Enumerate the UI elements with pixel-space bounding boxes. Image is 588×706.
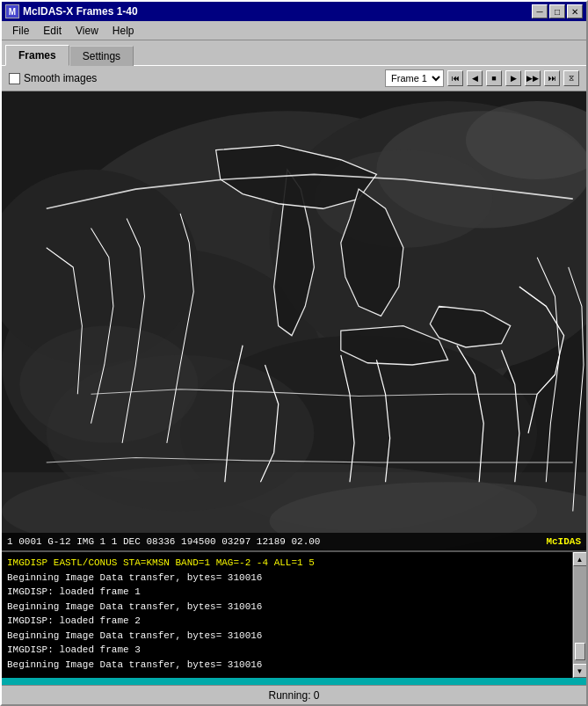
app-icon: M [5,4,19,18]
frame-controls: Frame 1 Frame 2 Frame 3 ⏮ ◀ ■ ▶ ▶▶ ⏭ ⧖ [385,69,579,87]
toolbar: Smooth images Frame 1 Frame 2 Frame 3 ⏮ … [2,65,586,91]
window-title: McIDAS-X Frames 1-40 [23,5,138,18]
svg-point-13 [19,326,198,443]
scroll-track [574,566,586,664]
menu-edit[interactable]: Edit [36,23,69,39]
running-status: Running: 0 [268,689,319,702]
console-content: IMGDISP EASTL/CONUS STA=KMSN BAND=1 MAG=… [2,552,586,675]
nav-last-button[interactable]: ⏭ [544,70,560,86]
nav-first-button[interactable]: ⏮ [447,70,463,86]
scroll-up-button[interactable]: ▲ [573,552,587,566]
menu-file[interactable]: File [5,23,36,39]
satellite-map-svg [2,91,586,550]
nav-stop-button[interactable]: ■ [486,70,502,86]
window-controls: ─ □ ✕ [532,4,583,18]
frame-selector[interactable]: Frame 1 Frame 2 Frame 3 [385,69,444,87]
main-window: M McIDAS-X Frames 1-40 ─ □ ✕ File Edit V… [0,0,588,706]
console-line: Beginning Image Data transfer, bytes= 31… [7,629,581,644]
close-button[interactable]: ✕ [567,4,583,18]
nav-prev-button[interactable]: ◀ [467,70,483,86]
nav-next-button[interactable]: ▶▶ [525,70,541,86]
console-line: IMGDISP: loaded frame 3 [7,643,581,658]
menu-help[interactable]: Help [105,23,142,39]
console-line: Beginning Image Data transfer, bytes= 31… [7,600,581,615]
scroll-thumb[interactable] [575,643,585,660]
smooth-images-label: Smooth images [24,72,97,84]
console-line: IMGDISP: loaded frame 2 [7,614,581,629]
nav-loop-button[interactable]: ⧖ [563,70,579,86]
tab-settings[interactable]: Settings [69,46,134,66]
console-scrollbar[interactable]: ▲ ▼ [572,552,586,678]
tab-frames[interactable]: Frames [5,45,69,66]
cyan-separator [2,678,586,685]
maximize-button[interactable]: □ [549,4,565,18]
satellite-image-area: 1 0001 G-12 IMG 1 1 DEC 08336 194500 032… [2,91,586,550]
scroll-down-button[interactable]: ▼ [573,664,587,678]
console-line: Beginning Image Data transfer, bytes= 31… [7,658,581,673]
tab-bar: Frames Settings [2,40,586,65]
menu-view[interactable]: View [69,23,105,39]
console-area: IMGDISP EASTL/CONUS STA=KMSN BAND=1 MAG=… [2,550,586,678]
nav-play-button[interactable]: ▶ [505,70,521,86]
smooth-images-control: Smooth images [9,72,97,84]
title-bar-text: M McIDAS-X Frames 1-40 [5,4,138,18]
smooth-images-checkbox[interactable] [9,73,20,84]
image-status-bar: 1 0001 G-12 IMG 1 1 DEC 08336 194500 032… [2,533,586,550]
title-bar: M McIDAS-X Frames 1-40 ─ □ ✕ [2,2,586,21]
console-line: IMGDISP EASTL/CONUS STA=KMSN BAND=1 MAG=… [7,556,581,571]
image-status-brand: McIDAS [546,536,581,547]
minimize-button[interactable]: ─ [532,4,548,18]
console-line: Beginning Image Data transfer, bytes= 31… [7,571,581,586]
console-line: IMGDISP: loaded frame 1 [7,585,581,600]
menu-bar: File Edit View Help [2,21,586,40]
bottom-status-bar: Running: 0 [2,685,586,704]
image-status-text: 1 0001 G-12 IMG 1 1 DEC 08336 194500 032… [7,536,320,547]
